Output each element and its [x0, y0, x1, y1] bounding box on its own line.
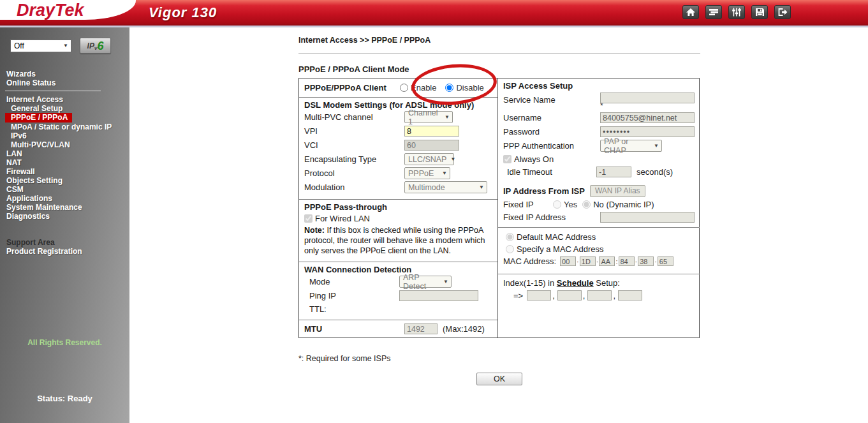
vci-input: [404, 140, 459, 151]
username-input: [600, 112, 695, 123]
sidebar-item-ipv6[interactable]: IPv6: [0, 131, 129, 140]
idle-timeout-input: [596, 167, 631, 177]
mac-input-1: [560, 256, 576, 266]
fixed-ip-yes-radio: [553, 200, 561, 209]
default-mac-label: Default MAC Address: [517, 232, 596, 242]
comma-separator: ,: [552, 291, 555, 301]
sidebar-item-online-status[interactable]: Online Status: [0, 78, 129, 87]
encapsulating-type-select: LLC/SNAP ▼: [404, 153, 454, 165]
fixed-ip-no-radio: [582, 200, 591, 209]
fixed-ip-yes-label: Yes: [564, 200, 577, 209]
sidebar-item-general-setup[interactable]: General Setup: [0, 104, 129, 113]
schedule-link[interactable]: Schedule: [557, 278, 594, 288]
schedule-section: Index(1-15) in Schedule Setup: => , , ,: [498, 274, 700, 338]
vci-label: VCI: [304, 140, 404, 150]
schedule-index-input-2: [557, 290, 582, 301]
home-icon[interactable]: [682, 5, 699, 19]
always-on-label: Always On: [514, 154, 554, 164]
mtu-section: MTU (Max:1492): [299, 320, 497, 338]
specify-mac-label: Specify a MAC Address: [517, 244, 604, 254]
schedule-suffix: Setup:: [594, 278, 620, 288]
specify-mac-radio: [506, 245, 514, 253]
sidebar-item-mpoa[interactable]: MPoA / Static or dynamic IP: [0, 122, 129, 131]
sidebar-item-pppoe-pppoa[interactable]: PPPoE / PPPoA: [5, 113, 72, 122]
chevron-down-icon: ▼: [442, 170, 447, 176]
wan-mode-select: ARP Detect ▼: [399, 276, 452, 288]
dsl-section-title: DSL Modem Settings (for ADSL mode only): [304, 100, 492, 110]
sidebar-menu: Wizards Online Status Internet Access Ge…: [0, 70, 129, 256]
fixed-ip-label: Fixed IP: [503, 200, 553, 209]
mac-input-3: [599, 256, 615, 266]
mac-separator: ·: [654, 258, 657, 265]
ok-button-row: OK: [298, 373, 700, 385]
sidebar-item-diagnostics[interactable]: Diagnostics: [0, 212, 129, 221]
mac-input-4: [619, 256, 635, 266]
ipv6-button[interactable]: IP v 6: [80, 38, 111, 54]
modulation-label: Modulation: [304, 182, 404, 192]
sidebar-item-internet-access[interactable]: Internet Access: [0, 95, 129, 104]
sliders-icon[interactable]: [728, 5, 745, 19]
enable-radio[interactable]: [400, 84, 408, 92]
mac-input-6: [658, 256, 673, 266]
sidebar-item-product-registration[interactable]: Product Registration: [0, 247, 129, 256]
sidebar-item-nat[interactable]: NAT: [0, 158, 129, 167]
schedule-index-input-3: [587, 290, 612, 301]
vpi-label: VPI: [304, 126, 404, 136]
logout-icon[interactable]: [774, 5, 791, 19]
chevron-down-icon: ▼: [450, 156, 455, 162]
fixed-ip-no-label: No (Dynamic IP): [593, 200, 654, 209]
sidebar-item-support-area[interactable]: Support Area: [0, 238, 129, 247]
disable-label: Disable: [456, 83, 483, 93]
sidebar-item-system-maintenance[interactable]: System Maintenance: [0, 203, 129, 212]
ip-from-isp-title: IP Address From ISP: [503, 186, 585, 196]
sidebar-item-multi-pvc-vlan[interactable]: Multi-PVC/VLAN: [0, 140, 129, 149]
idle-timeout-unit: second(s): [636, 167, 673, 177]
passthrough-title: PPPoE Pass-through: [304, 202, 492, 212]
ppp-auth-select: PAP or CHAP ▼: [600, 140, 662, 152]
mode-select[interactable]: Off ▼: [10, 40, 71, 52]
ok-button[interactable]: OK: [476, 373, 522, 385]
sidebar-item-firewall[interactable]: Firewall: [0, 167, 129, 176]
menu-divider: [5, 91, 101, 91]
pppoe-passthrough-section: PPPoE Pass-through For Wired LAN Note: I…: [299, 200, 497, 262]
breadcrumb-rule: [298, 53, 700, 54]
mac-separator: :: [615, 258, 617, 265]
passthrough-note: Note: If this box is checked while using…: [304, 225, 492, 256]
sidebar-item-applications[interactable]: Applications: [0, 194, 129, 203]
chevron-down-icon: ▼: [445, 114, 450, 120]
service-required-star: *: [600, 103, 695, 109]
sidebar-item-objects-setting[interactable]: Objects Setting: [0, 176, 129, 185]
protocol-value: PPPoE: [408, 169, 434, 178]
service-name-label: Service Name: [503, 93, 600, 105]
modulation-select: Multimode ▼: [404, 181, 487, 193]
mac-input-2: [580, 256, 596, 266]
chevron-down-icon: ▼: [443, 279, 448, 285]
sidebar-item-lan[interactable]: LAN: [0, 149, 129, 158]
mtu-label: MTU: [304, 324, 404, 334]
dsl-modem-section: DSL Modem Settings (for ADSL mode only) …: [299, 98, 497, 200]
save-icon[interactable]: [751, 5, 768, 19]
for-wired-lan-label: For Wired LAN: [315, 214, 370, 223]
wan-mode-label: Mode: [304, 277, 399, 286]
brand-logo-plate: DrayTek: [0, 0, 136, 20]
protocol-select: PPPoE ▼: [404, 167, 450, 179]
mac-address-label: MAC Address:: [503, 256, 556, 266]
service-name-input: [600, 93, 695, 103]
client-label: PPPoE/PPPoA Client: [304, 83, 400, 93]
encapsulating-type-value: LLC/SNAP: [408, 155, 446, 164]
schedule-line: Index(1-15) in Schedule Setup:: [503, 278, 695, 288]
disable-radio[interactable]: [445, 84, 453, 92]
wan-detection-section: WAN Connection Detection Mode ARP Detect…: [299, 262, 497, 320]
schedule-index-input-4: [618, 290, 642, 301]
comma-separator: ,: [583, 291, 585, 301]
list-icon[interactable]: [705, 5, 722, 19]
sidebar: Off ▼ IP v 6 Wizards Online Status Inter…: [0, 27, 129, 423]
app-header: DrayTek Vigor 130: [0, 0, 868, 26]
sidebar-item-csm[interactable]: CSM: [0, 185, 129, 194]
ttl-label: TTL:: [304, 304, 399, 314]
fixed-ip-address-input: [600, 212, 695, 223]
idle-timeout-label: Idle Timeout: [503, 167, 596, 177]
multi-pvc-select: Channel 1 ▼: [404, 111, 453, 123]
mac-address-section: Default MAC Address Specify a MAC Addres…: [498, 228, 700, 274]
sidebar-item-wizards[interactable]: Wizards: [0, 70, 129, 78]
